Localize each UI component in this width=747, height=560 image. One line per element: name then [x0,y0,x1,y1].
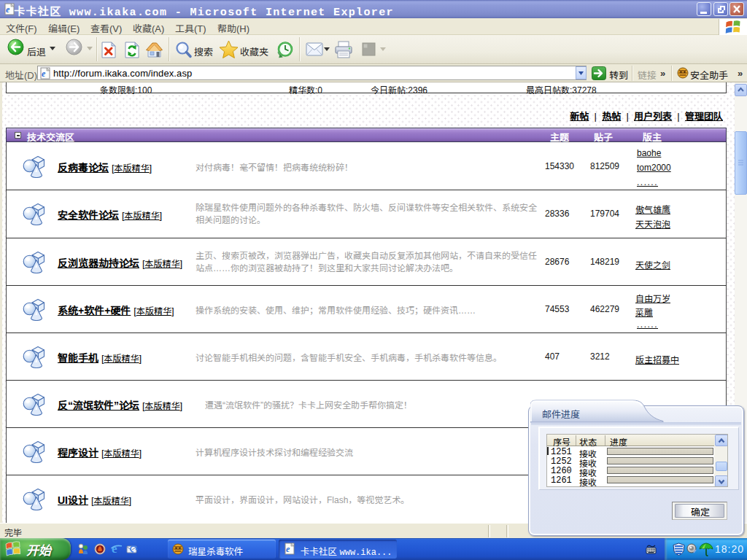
svg-text:e: e [42,69,46,79]
svg-text:e: e [6,4,10,15]
svg-text:e: e [286,544,290,554]
svg-text:e: e [112,542,117,555]
